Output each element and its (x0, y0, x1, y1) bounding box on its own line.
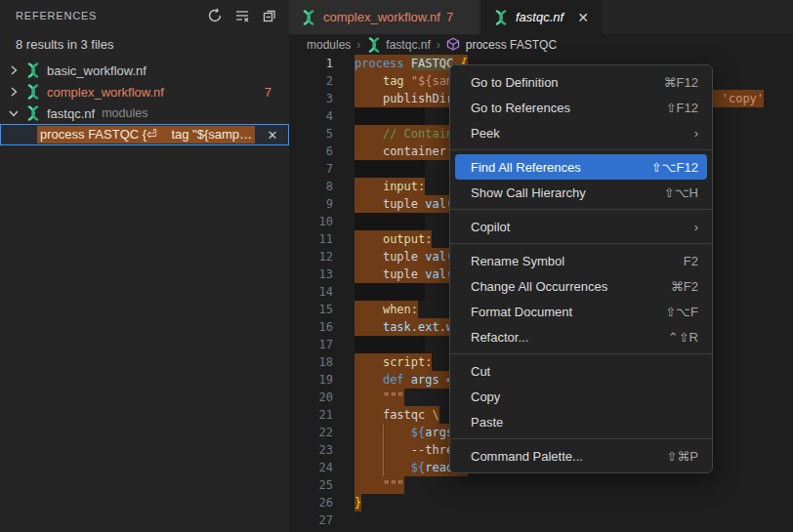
tab-badge: 7 (446, 10, 453, 24)
indent-guide (383, 424, 384, 476)
menu-item-rename-symbol[interactable]: Rename SymbolF2 (450, 248, 712, 273)
menu-item-shortcut: ⌃⇧R (668, 330, 698, 345)
file-name: basic_workflow.nf (47, 63, 146, 78)
menu-item-show-call-hierarchy[interactable]: Show Call Hierarchy⇧⌥H (450, 180, 712, 205)
line-number: 11 (289, 230, 333, 248)
line-number: 16 (289, 318, 333, 336)
breadcrumb: modules›fastqc.nf›process FASTQC (289, 34, 793, 55)
line-number: 18 (289, 353, 333, 371)
menu-item-paste[interactable]: Paste (450, 409, 712, 434)
reference-result-item[interactable]: process FASTQC {⏎ tag "${samp… ✕ (0, 124, 289, 145)
menu-item-label: Show Call Hierarchy (471, 185, 645, 200)
dismiss-reference-icon[interactable]: ✕ (265, 127, 280, 143)
breadcrumb-item-fastqc-nf[interactable]: fastqc.nf (366, 37, 430, 52)
menu-item-change-all-occurrences[interactable]: Change All Occurrences⌘F2 (450, 273, 712, 299)
menu-item-copilot[interactable]: Copilot› (450, 214, 712, 239)
file-name: complex_workflow.nf (47, 85, 164, 100)
menu-separator (450, 209, 712, 210)
result-count-badge: 7 (265, 85, 271, 100)
chevron-right-icon (6, 84, 21, 100)
editor-context-menu: Go to Definition⌘F12Go to References⇧F12… (449, 64, 713, 473)
line-number: 8 (289, 178, 333, 195)
menu-item-cut[interactable]: Cut (450, 358, 712, 384)
menu-item-shortcut: ⌘F12 (664, 75, 698, 90)
menu-item-go-to-definition[interactable]: Go to Definition⌘F12 (450, 69, 712, 95)
results-summary: 8 results in 3 files (0, 31, 289, 60)
tab-label: complex_workflow.nf (323, 10, 440, 24)
menu-item-refactor[interactable]: Refactor...⌃⇧R (450, 324, 712, 349)
refresh-icon[interactable] (206, 8, 223, 24)
code-text: script: (355, 353, 432, 371)
tab-close-icon[interactable]: ✕ (575, 10, 591, 25)
reference-match-text: process FASTQC {⏎ tag "${samp… (37, 126, 255, 143)
code-text: when: (355, 301, 418, 318)
menu-item-label: Copy (471, 389, 698, 404)
tab-complex-workflow-nf[interactable]: complex_workflow.nf7 (289, 0, 480, 34)
line-number: 4 (289, 107, 333, 125)
menu-item-command-palette[interactable]: Command Palette...⇧⌘P (450, 443, 712, 469)
line-number: 1 (289, 55, 333, 72)
line-number: 24 (289, 459, 333, 476)
tree-item-fastqc-nf[interactable]: fastqc.nfmodules (0, 102, 289, 124)
nextflow-icon (25, 84, 41, 100)
menu-item-label: Go to Definition (471, 75, 645, 90)
breadcrumb-item-process-fastqc[interactable]: process FASTQC (446, 37, 557, 52)
line-number: 3 (289, 90, 333, 107)
tree-item-complex-workflow-nf[interactable]: complex_workflow.nf7 (0, 81, 289, 102)
breadcrumb-separator-icon: › (437, 38, 440, 52)
menu-item-label: Command Palette... (471, 449, 647, 464)
sidebar-header: REFERENCES (0, 0, 289, 31)
breadcrumb-item-modules[interactable]: modules (307, 38, 351, 52)
code-text: """ (355, 389, 404, 406)
code-line[interactable]: 26} (289, 494, 793, 512)
menu-separator (450, 438, 712, 439)
references-tree: basic_workflow.nfcomplex_workflow.nf7fas… (0, 60, 289, 124)
code-line[interactable]: 25 """ (289, 476, 793, 494)
code-text (355, 107, 425, 125)
tab-fastqc-nf[interactable]: fastqc.nf✕ (481, 0, 603, 34)
line-number: 21 (289, 406, 333, 424)
line-number: 14 (289, 283, 333, 301)
nextflow-icon (301, 10, 316, 25)
code-line[interactable]: 27 (289, 512, 793, 529)
menu-item-label: Find All References (471, 160, 632, 175)
menu-item-shortcut: ⇧⌥F12 (651, 160, 698, 175)
editor-tab-bar: complex_workflow.nf7fastqc.nf✕ (289, 0, 793, 34)
line-number: 20 (289, 389, 333, 406)
collapse-all-icon[interactable] (261, 8, 277, 24)
tree-item-basic-workflow-nf[interactable]: basic_workflow.nf (0, 60, 289, 81)
clear-all-icon[interactable] (233, 8, 250, 24)
code-text (355, 160, 425, 178)
breadcrumb-label: modules (307, 38, 351, 52)
breadcrumb-label: fastqc.nf (386, 38, 430, 52)
menu-item-label: Peek (471, 126, 675, 141)
line-number: 9 (289, 195, 333, 213)
line-number: 15 (289, 301, 333, 318)
code-text (355, 213, 425, 230)
symbol-cube-icon (446, 37, 461, 52)
menu-item-copy[interactable]: Copy (450, 384, 712, 409)
code-text (355, 283, 425, 301)
breadcrumb-label: process FASTQC (466, 38, 557, 52)
menu-separator (450, 149, 712, 150)
nextflow-icon (493, 10, 509, 25)
line-number: 23 (289, 441, 333, 459)
code-text (355, 336, 425, 353)
menu-item-label: Paste (471, 415, 698, 430)
sidebar-toolbar (206, 8, 277, 24)
menu-item-shortcut: ⌘F2 (671, 279, 698, 294)
menu-item-peek[interactable]: Peek› (450, 120, 712, 145)
line-number: 25 (289, 476, 333, 494)
menu-item-find-all-references[interactable]: Find All References⇧⌥F12 (455, 154, 707, 180)
menu-item-go-to-references[interactable]: Go to References⇧F12 (450, 95, 712, 120)
code-text: """ (355, 476, 404, 494)
menu-item-shortcut: ⇧⌥F (665, 305, 698, 319)
line-number: 27 (289, 512, 333, 529)
menu-item-label: Cut (471, 364, 698, 379)
line-number: 6 (289, 143, 333, 160)
line-number: 10 (289, 213, 333, 230)
chevron-right-icon (6, 62, 21, 78)
references-sidebar: REFERENCES 8 results in 3 files basic_wo… (0, 0, 289, 532)
nextflow-icon (366, 37, 381, 52)
menu-item-format-document[interactable]: Format Document⇧⌥F (450, 299, 712, 324)
